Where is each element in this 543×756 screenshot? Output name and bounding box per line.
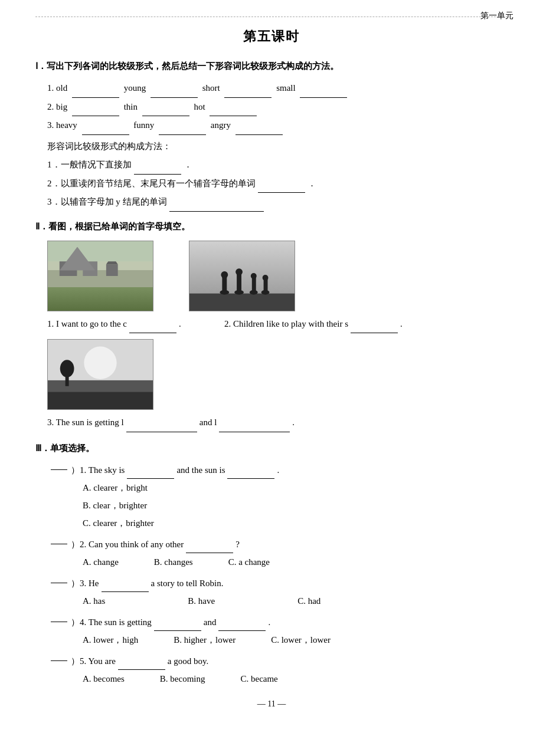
q5-optB: B. becoming — [160, 670, 205, 688]
svg-rect-9 — [48, 241, 153, 261]
blank-hot[interactable] — [210, 107, 257, 116]
row1-short: short — [202, 83, 220, 93]
question3-group: ）3. Hea story to tell Robin. A. has B. h… — [47, 574, 508, 610]
blank-q4a[interactable] — [154, 622, 201, 631]
row3-num: 3. heavy — [47, 120, 77, 130]
blank-thin[interactable] — [142, 107, 189, 116]
svg-rect-10 — [48, 290, 153, 311]
svg-point-21 — [251, 273, 257, 279]
row1-small: small — [276, 83, 296, 93]
q5-text: ）5. You area good boy. — [71, 652, 208, 670]
svg-point-15 — [221, 271, 228, 278]
question2: ）2. Can you think of any other? — [47, 535, 508, 553]
q5-optC: C. became — [240, 670, 277, 688]
svg-point-30 — [60, 360, 74, 377]
blank-q1a[interactable] — [127, 470, 174, 479]
countryside-svg — [48, 241, 153, 311]
blank-young[interactable] — [151, 89, 198, 98]
row1-num: 1. old — [47, 83, 67, 93]
q1-options: A. clearer，bright B. clear，brighter C. c… — [83, 479, 508, 532]
blank-small[interactable] — [300, 89, 347, 98]
blank-q4b[interactable] — [218, 622, 266, 631]
q4-optC: C. lower，lower — [271, 631, 331, 649]
question2-group: ）2. Can you think of any other? A. chang… — [47, 535, 508, 571]
blank-caption1[interactable] — [129, 324, 176, 333]
section3-roman: Ⅲ — [35, 443, 41, 453]
blank-caption2[interactable] — [351, 324, 398, 333]
question5-group: ）5. You area good boy. A. becomes B. bec… — [47, 652, 508, 688]
row2-thin: thin — [124, 102, 138, 111]
image-shadows — [189, 241, 295, 311]
svg-rect-12 — [189, 293, 295, 311]
q2-optC: C. a change — [228, 553, 270, 571]
method-title: 形容词比较级形式的构成方法： — [47, 137, 508, 156]
q3-options: A. has B. have C. had — [83, 592, 508, 610]
page-title: 第五课时 — [35, 28, 508, 45]
unit-label: 第一单元 — [480, 11, 513, 21]
question1: ）1. The sky isand the sun is. — [47, 461, 508, 479]
q1-text: ）1. The sky isand the sun is. — [71, 461, 279, 479]
paren5[interactable] — [51, 652, 67, 661]
blank-angry[interactable] — [235, 126, 283, 135]
method2: 2．以重读闭音节结尾、末尾只有一个辅音字母的单词． — [47, 175, 508, 193]
q2-options: A. change B. changes C. a change — [83, 553, 508, 571]
blank-method3[interactable] — [169, 203, 264, 212]
section1-instruction: ．写出下列各词的比较级形式，然后总结一下形容词比较级形式构成的方法。 — [38, 61, 339, 71]
q1-optA: A. clearer，bright — [83, 479, 508, 497]
q4-optB: B. higher，lower — [174, 631, 235, 649]
paren4[interactable] — [51, 613, 67, 622]
blank-old[interactable] — [72, 89, 119, 98]
section1-title: Ⅰ．写出下列各词的比较级形式，然后总结一下形容词比较级形式构成的方法。 — [35, 58, 508, 74]
section2-roman: Ⅱ — [35, 222, 40, 231]
blank-method1[interactable] — [134, 166, 181, 175]
blank-q5[interactable] — [118, 661, 165, 670]
q1-optC: C. clearer，brighter — [83, 514, 508, 532]
row2: 2. big thin hot — [47, 98, 508, 117]
blank-short[interactable] — [224, 89, 272, 98]
row3: 3. heavy funny angry — [47, 116, 508, 135]
q3-text: ）3. Hea story to tell Robin. — [71, 574, 223, 592]
blank-caption3a[interactable] — [126, 423, 197, 432]
row3-funny: funny — [133, 120, 154, 130]
image-sunset — [47, 339, 153, 410]
caption1: 1. I want to go to the c. — [47, 315, 224, 334]
svg-rect-23 — [264, 278, 268, 292]
q4-optA: A. lower，high — [83, 631, 138, 649]
q2-text: ）2. Can you think of any other? — [71, 535, 240, 553]
question1-group: ）1. The sky isand the sun is. A. clearer… — [47, 461, 508, 532]
caption2: 2. Children like to play with their s. — [224, 315, 403, 334]
q1-optB: B. clear，brighter — [83, 497, 508, 514]
paren3[interactable] — [51, 574, 67, 583]
svg-rect-5 — [83, 261, 97, 276]
page-number: — 11 — — [35, 699, 508, 709]
q3-optC: C. had — [297, 592, 320, 610]
question4: ）4. The sun is gettingand. — [47, 613, 508, 631]
section3-title: Ⅲ．单项选择。 — [35, 441, 508, 456]
q2-optA: A. change — [83, 553, 119, 571]
blank-funny[interactable] — [159, 126, 206, 135]
svg-rect-28 — [48, 380, 153, 392]
q5-options: A. becomes B. becoming C. became — [83, 670, 508, 688]
section2-instruction: ．看图，根据已给单词的首字母填空。 — [40, 222, 190, 231]
paren1[interactable] — [51, 461, 67, 470]
blank-q1b[interactable] — [227, 470, 274, 479]
q4-text: ）4. The sun is gettingand. — [71, 613, 270, 631]
q5-optA: A. becomes — [83, 670, 125, 688]
paren2[interactable] — [51, 535, 67, 544]
image-countryside — [47, 241, 153, 311]
blank-caption3b[interactable] — [219, 423, 290, 432]
blank-q2[interactable] — [186, 544, 233, 553]
svg-rect-20 — [252, 277, 256, 292]
blank-big[interactable] — [72, 107, 119, 116]
svg-point-26 — [84, 347, 116, 379]
row3-angry: angry — [211, 120, 231, 130]
blank-q3[interactable] — [102, 583, 149, 592]
row2-num: 2. big — [47, 102, 67, 111]
q3-optB: B. have — [188, 592, 215, 610]
caption3: 3. The sun is getting land l. — [47, 413, 508, 432]
image-single-row — [47, 339, 508, 410]
q4-options: A. lower，high B. higher，lower C. lower，l… — [83, 631, 508, 649]
blank-heavy[interactable] — [82, 126, 129, 135]
svg-point-24 — [263, 275, 269, 281]
blank-method2[interactable] — [258, 184, 305, 193]
